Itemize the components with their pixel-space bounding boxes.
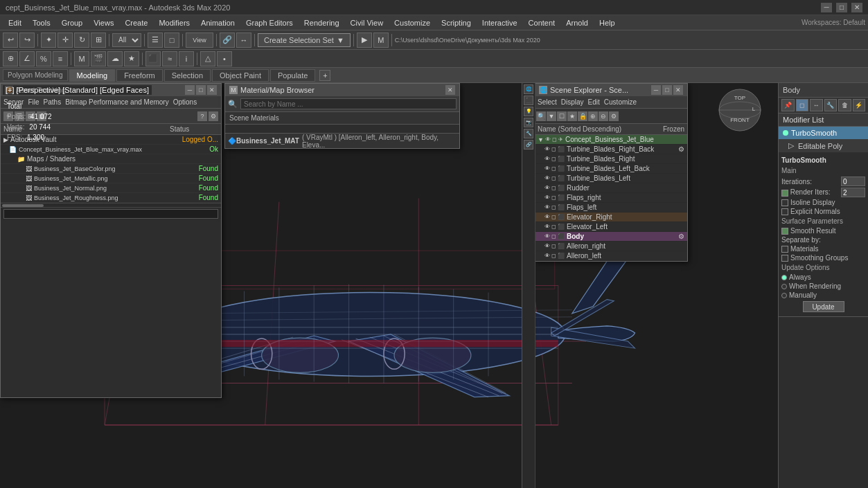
ts-explicit-check[interactable]: [781, 208, 788, 215]
menu-group[interactable]: Group: [56, 17, 89, 28]
asset-tracking-close[interactable]: ✕: [207, 85, 217, 95]
undo-button[interactable]: ↩: [3, 33, 18, 48]
mat-browser-close-btn[interactable]: ✕: [445, 85, 455, 95]
tab-freeform[interactable]: Freeform: [116, 69, 163, 82]
ts-update-button[interactable]: Update: [803, 301, 844, 312]
asset-tracking-maximize[interactable]: □: [196, 85, 206, 95]
pin-button[interactable]: 📌: [781, 99, 795, 111]
scene-maximize-btn[interactable]: □: [662, 85, 672, 95]
se-filter-btn[interactable]: ▼: [547, 111, 556, 121]
view-button[interactable]: View: [186, 33, 213, 48]
se-expand-btn[interactable]: ⊕: [588, 111, 598, 121]
scene-minimize-btn[interactable]: ─: [651, 85, 661, 95]
rect-select[interactable]: □: [164, 33, 179, 48]
menu-tools[interactable]: Tools: [27, 17, 56, 28]
ts-smooth-result-check[interactable]: [781, 228, 788, 235]
turbosmooth-modifier-item[interactable]: TurboSmooth: [779, 127, 868, 139]
scene-explorer-title-bar[interactable]: 🌐 Scene Explorer - Sce... ─ □ ✕: [535, 84, 687, 96]
tab-object-paint[interactable]: Object Paint: [212, 69, 269, 82]
menu-content[interactable]: Content: [523, 17, 561, 28]
menu-animation[interactable]: Animation: [195, 17, 240, 28]
select-similar[interactable]: ≈: [162, 51, 177, 66]
scene-row-trb-l[interactable]: 👁 ◻ ⬛ Turbine_Blades_Left: [535, 174, 687, 183]
menu-views[interactable]: Views: [88, 17, 119, 28]
effects[interactable]: ★: [124, 51, 139, 66]
asset-menu-bitmap[interactable]: Bitmap Performance and Memory: [65, 98, 169, 106]
display-button[interactable]: ◻: [796, 99, 809, 111]
tab-add-button[interactable]: +: [319, 70, 330, 81]
material-editor[interactable]: M: [74, 51, 89, 66]
render-setup[interactable]: 🎬: [91, 51, 106, 66]
ts-when-rendering-radio[interactable]: [781, 284, 787, 289]
create-selection-button[interactable]: Create Selection Set ▼: [258, 33, 351, 47]
scene-row-jet[interactable]: ▼ 👁 ◻ ✈ Concept_Business_Jet_Blue: [535, 135, 687, 145]
scene-strip-btn-6[interactable]: 🔗: [524, 140, 533, 150]
material-browser-title-bar[interactable]: M Material/Map Browser ✕: [225, 84, 459, 96]
scene-row-elev-r[interactable]: 👁 ◻ ⬛ Elevator_Right: [535, 213, 687, 222]
utility-button[interactable]: 🔧: [824, 99, 838, 111]
ts-manually-radio[interactable]: [781, 293, 787, 298]
delete-button[interactable]: 🗑: [838, 99, 851, 111]
asset-search-input[interactable]: [3, 209, 218, 219]
asset-help-btn[interactable]: ?: [197, 111, 207, 121]
scene-strip-btn-5[interactable]: 🔧: [524, 129, 533, 138]
menu-civil-view[interactable]: Civil View: [345, 17, 389, 28]
mirror-button[interactable]: ↔: [236, 33, 251, 48]
ts-always-radio[interactable]: [781, 275, 787, 280]
motion-button[interactable]: ↔: [810, 99, 823, 111]
asset-row-normal[interactable]: 🖼 Business_Jet_Normal.png Found: [1, 183, 221, 193]
se-highlight-btn[interactable]: ★: [567, 111, 577, 121]
scene-menu-edit[interactable]: Edit: [588, 98, 600, 106]
ts-isoline-check[interactable]: [781, 199, 788, 206]
minimize-button[interactable]: ─: [821, 3, 832, 12]
menu-modifiers[interactable]: Modifiers: [153, 17, 195, 28]
object-properties[interactable]: i: [179, 51, 194, 66]
select-by-name[interactable]: ☰: [148, 33, 163, 48]
scene-row-flaps-l[interactable]: 👁 ◻ ⬛ Flaps_left: [535, 203, 687, 213]
scene-strip-btn-3[interactable]: 💡: [524, 107, 533, 116]
menu-graph-editors[interactable]: Graph Editors: [240, 17, 299, 28]
menu-create[interactable]: Create: [119, 17, 153, 28]
asset-settings-btn[interactable]: ⚙: [209, 111, 218, 121]
scene-strip-btn-1[interactable]: 🌐: [524, 84, 533, 94]
se-lock-btn[interactable]: 🔒: [578, 111, 587, 121]
scene-row-flaps-r[interactable]: 👁 ◻ ⬛ Flaps_right: [535, 193, 687, 203]
scene-strip-btn-2[interactable]: ⬛: [524, 96, 533, 105]
tab-selection[interactable]: Selection: [164, 69, 211, 82]
asset-tracking-minimize[interactable]: ─: [185, 85, 195, 95]
scene-menu-customize[interactable]: Customize: [604, 98, 637, 106]
menu-rendering[interactable]: Rendering: [299, 17, 345, 28]
tab-polygon-modeling[interactable]: Polygon Modeling: [3, 69, 68, 81]
angle-snap[interactable]: ∠: [19, 51, 35, 66]
menu-scripting[interactable]: Scripting: [436, 17, 477, 28]
menu-arnold[interactable]: Arnold: [560, 17, 594, 28]
viewport-nav-cube[interactable]: TOP FRONT L: [716, 86, 764, 136]
scene-row-trb-r[interactable]: 👁 ◻ ⬛ Turbine_Blades_Right: [535, 154, 687, 164]
vertex-selection[interactable]: •: [217, 51, 232, 66]
menu-edit[interactable]: Edit: [3, 17, 27, 28]
asset-row-basecolor[interactable]: 🖼 Business_Jet_BaseColor.png Found: [1, 164, 221, 174]
se-search-btn[interactable]: 🔍: [536, 111, 546, 121]
selection-filter[interactable]: All: [112, 33, 141, 47]
ts-render-iters-input[interactable]: [841, 188, 865, 197]
scene-row-elev-l[interactable]: 👁 ◻ ⬛ Elevator_Left: [535, 222, 687, 232]
close-button[interactable]: ✕: [851, 3, 862, 12]
viewport[interactable]: [+] [Perspective] [Standard] [Edged Face…: [0, 83, 778, 488]
rotate-button[interactable]: ↻: [74, 33, 89, 48]
scene-row-trb-l-back[interactable]: 👁 ◻ ⬛ Turbine_Blades_Left_Back: [535, 164, 687, 174]
isolate-select[interactable]: ⬛: [145, 51, 161, 66]
make-unique-button[interactable]: ⚡: [853, 99, 866, 111]
snap-button[interactable]: ⊕: [3, 51, 18, 66]
ts-materials-check[interactable]: [781, 246, 788, 253]
menu-interactive[interactable]: Interactive: [477, 17, 523, 28]
scene-strip-btn-4[interactable]: 📷: [524, 118, 533, 127]
scene-row-alleron-r[interactable]: 👁 ◻ ⬛ Alleron_right: [535, 242, 687, 251]
asset-row-maps[interactable]: 📁 Maps / Shaders: [1, 154, 221, 164]
ts-render-iters-check[interactable]: [781, 190, 788, 197]
scene-row-alleron-l[interactable]: 👁 ◻ ⬛ Alleron_left: [535, 251, 687, 261]
scene-close-btn[interactable]: ✕: [673, 85, 683, 95]
asset-row-roughness[interactable]: 🖼 Business_Jet_Roughness.png Found: [1, 193, 221, 203]
tab-populate[interactable]: Populate: [270, 69, 315, 82]
scene-row-rudder[interactable]: 👁 ◻ ⬛ Rudder: [535, 183, 687, 193]
se-settings-btn[interactable]: ⚙: [609, 111, 619, 121]
